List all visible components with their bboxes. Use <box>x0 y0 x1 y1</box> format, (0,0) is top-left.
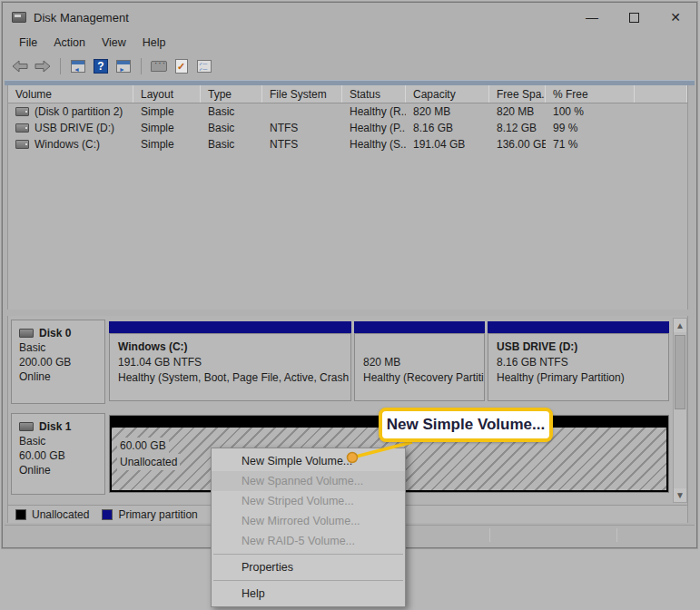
menu-item-help[interactable]: Help <box>212 584 405 604</box>
menu-file[interactable]: File <box>11 34 45 52</box>
disk-icon <box>19 329 34 338</box>
column-header-pctfree[interactable]: % Free <box>546 85 635 103</box>
task-list-icon[interactable] <box>195 57 213 75</box>
refresh-check-icon[interactable] <box>173 57 191 75</box>
back-icon[interactable] <box>11 57 29 75</box>
toolbar-separator <box>60 58 61 74</box>
menu-help[interactable]: Help <box>134 34 174 52</box>
menu-item-new-raid5-volume: New RAID-5 Volume... <box>212 531 405 551</box>
column-header-freespace[interactable]: Free Spa... <box>489 85 546 103</box>
column-header-volume[interactable]: Volume <box>8 85 133 103</box>
unallocated-swatch <box>15 509 26 520</box>
menu-item-new-simple-volume[interactable]: New Simple Volume... <box>212 451 405 471</box>
volume-icon <box>15 140 29 149</box>
scroll-up-icon[interactable]: ▲ <box>674 319 686 332</box>
disk-icon <box>19 422 34 431</box>
menu-separator <box>213 580 403 581</box>
forward-icon[interactable] <box>34 57 52 75</box>
partition-color-bar <box>354 321 485 333</box>
app-icon <box>12 12 26 23</box>
new-simple-volume-callout: New Simple Volume... <box>379 408 553 442</box>
vertical-scrollbar[interactable]: ▲ ▼ <box>673 318 687 503</box>
menu-bar: File Action View Help <box>3 32 696 54</box>
maximize-button[interactable] <box>613 3 655 32</box>
volume-icon <box>15 123 29 133</box>
legend-primary-partition: Primary partition <box>102 508 197 521</box>
table-row[interactable]: (Disk 0 partition 2) Simple Basic Health… <box>8 103 687 120</box>
menu-separator <box>213 554 403 555</box>
minimize-button[interactable]: — <box>571 3 613 32</box>
menu-item-properties[interactable]: Properties <box>212 557 405 577</box>
partition-usb-drive-d[interactable]: USB DRIVE (D:) 8.16 GB NTFS Healthy (Pri… <box>488 321 669 401</box>
close-button[interactable]: ✕ <box>655 3 696 32</box>
primary-partition-swatch <box>102 509 113 520</box>
legend-unallocated: Unallocated <box>15 508 89 521</box>
column-header-layout[interactable]: Layout <box>133 85 201 103</box>
disk1-label-panel[interactable]: Disk 1 Basic 60.00 GB Online <box>11 413 105 495</box>
column-header-filesystem[interactable]: File System <box>262 85 342 103</box>
menu-action[interactable]: Action <box>45 34 94 52</box>
partition-recovery[interactable]: 820 MB Healthy (Recovery Partiti <box>354 321 485 401</box>
context-menu: New Simple Volume... New Spanned Volume.… <box>211 448 406 607</box>
partition-windows-c[interactable]: Windows (C:) 191.04 GB NTFS Healthy (Sys… <box>109 321 351 401</box>
title-bar: Disk Management — ✕ <box>3 3 696 32</box>
console-tree-icon[interactable]: ◄ <box>69 57 87 75</box>
table-row[interactable]: Windows (C:) Simple Basic NTFS Healthy (… <box>8 136 687 152</box>
menu-view[interactable]: View <box>94 34 134 52</box>
maximize-icon <box>629 13 639 23</box>
partition-color-bar <box>109 321 351 333</box>
partition-color-bar <box>488 321 669 333</box>
menu-item-new-spanned-volume: New Spanned Volume... <box>212 471 405 491</box>
menu-item-new-striped-volume: New Striped Volume... <box>212 491 405 511</box>
statusbar-separator <box>616 528 617 542</box>
toolbar: ◄ ? ► <box>3 54 696 79</box>
table-header: Volume Layout Type File System Status Ca… <box>8 85 687 103</box>
scroll-down-icon[interactable]: ▼ <box>674 488 686 502</box>
unallocated-label: 60.00 GB Unallocated <box>117 438 180 470</box>
volume-icon <box>15 107 29 116</box>
column-header-type[interactable]: Type <box>201 85 262 103</box>
menu-item-new-mirrored-volume: New Mirrored Volume... <box>212 511 405 531</box>
help-icon[interactable]: ? <box>92 57 110 75</box>
action-pane-icon[interactable]: ► <box>114 57 133 75</box>
toolbar-separator <box>141 58 142 74</box>
disk0-label-panel[interactable]: Disk 0 Basic 200.00 GB Online <box>11 320 105 404</box>
column-header-status[interactable]: Status <box>342 85 406 103</box>
scrollbar-thumb[interactable] <box>675 335 685 409</box>
statusbar-separator <box>489 528 490 542</box>
window-title: Disk Management <box>34 11 129 25</box>
column-header-filler <box>635 85 687 103</box>
volume-list-pane: Volume Layout Type File System Status Ca… <box>7 85 688 310</box>
popup-menu-icon[interactable] <box>150 57 168 75</box>
column-header-capacity[interactable]: Capacity <box>406 85 489 103</box>
table-row[interactable]: USB DRIVE (D:) Simple Basic NTFS Healthy… <box>8 120 687 136</box>
